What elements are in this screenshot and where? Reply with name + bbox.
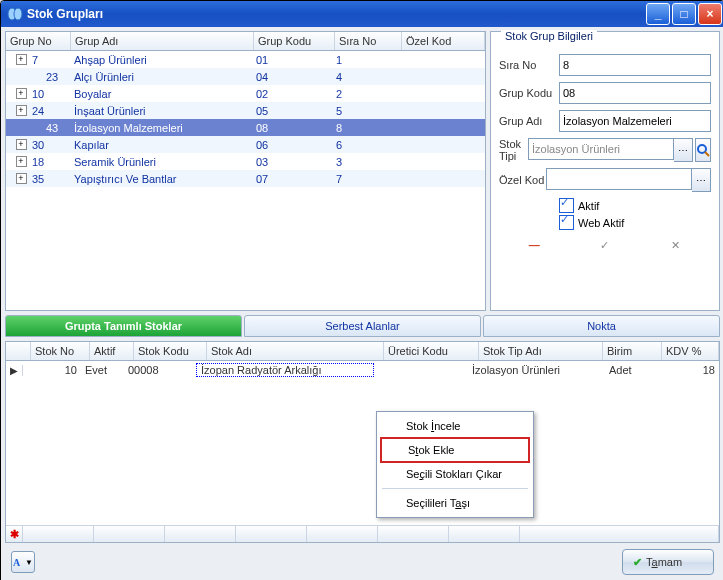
expander-icon[interactable]: + xyxy=(14,156,28,167)
status-cell xyxy=(307,526,378,542)
tree-row[interactable]: 43İzolasyon Malzemeleri088 xyxy=(6,119,485,136)
gh-kdv[interactable]: KDV % xyxy=(662,342,719,360)
close-button[interactable]: × xyxy=(698,3,722,25)
tree-panel[interactable]: Grup No Grup Adı Grup Kodu Sıra No Özel … xyxy=(5,31,486,311)
menu-separator xyxy=(382,488,528,489)
status-cell xyxy=(378,526,449,542)
th-ozel-kod[interactable]: Özel Kod xyxy=(402,32,485,50)
table-row[interactable]: ▶ 10 Evet 00008 İzopan Radyatör Arkalığı… xyxy=(6,361,719,379)
confirm-icon[interactable]: ✓ xyxy=(596,236,614,254)
cell-grup-kodu: 05 xyxy=(252,105,332,117)
gh-stokno[interactable]: Stok No xyxy=(31,342,90,360)
chk-aktif-row[interactable]: Aktif xyxy=(559,198,711,213)
cell-grup-adi: Alçı Ürünleri xyxy=(70,71,252,83)
status-marker-icon: ✱ xyxy=(6,526,23,542)
tree-row[interactable]: +7Ahşap Ürünleri011 xyxy=(6,51,485,68)
chk-web-row[interactable]: Web Aktif xyxy=(559,215,711,230)
gh-tipadi[interactable]: Stok Tip Adı xyxy=(479,342,603,360)
status-cell xyxy=(449,526,520,542)
cell-grup-no: 35 xyxy=(32,173,44,185)
cell-grup-no: 24 xyxy=(32,105,44,117)
th-grup-adi[interactable]: Grup Adı xyxy=(71,32,254,50)
tree-row[interactable]: +10Boyalar022 xyxy=(6,85,485,102)
cell-grup-no: 43 xyxy=(46,122,58,134)
svg-point-2 xyxy=(698,145,706,153)
combo-stok-tipi[interactable]: ⋯ xyxy=(528,138,693,162)
cell-stokadi[interactable]: İzopan Radyatör Arkalığı xyxy=(196,363,374,377)
tab-grupta-tanimli[interactable]: Grupta Tanımlı Stoklar xyxy=(5,315,242,337)
cell-grup-no: 18 xyxy=(32,156,44,168)
expander-icon[interactable]: + xyxy=(14,54,28,65)
cell-sira-no: 3 xyxy=(332,156,398,168)
expander-icon[interactable]: + xyxy=(14,88,28,99)
top-row: Grup No Grup Adı Grup Kodu Sıra No Özel … xyxy=(5,31,720,311)
lbl-kodu: Grup Kodu xyxy=(499,87,559,99)
context-menu[interactable]: Stok İncele Stok Ekle Seçili Stokları Çı… xyxy=(376,411,534,518)
gh-aktif[interactable]: Aktif xyxy=(90,342,134,360)
menu-secili-cikar[interactable]: Seçili Stokları Çıkar xyxy=(380,463,530,485)
ozel-ellipsis-button[interactable]: ⋯ xyxy=(692,168,711,192)
combo-ozel-kod[interactable]: ⋯ xyxy=(546,168,711,192)
status-cell xyxy=(520,526,719,542)
gh-indicator xyxy=(6,342,31,360)
cell-sira-no: 4 xyxy=(332,71,398,83)
window-title: Stok Grupları xyxy=(27,7,646,21)
cell-stokno: 10 xyxy=(23,364,81,376)
maximize-button[interactable]: □ xyxy=(672,3,696,25)
tab-nokta[interactable]: Nokta xyxy=(483,315,720,337)
input-kodu[interactable] xyxy=(559,82,711,104)
cell-grup-adi: Yapıştırıcı Ve Bantlar xyxy=(70,173,252,185)
grid-body[interactable]: ▶ 10 Evet 00008 İzopan Radyatör Arkalığı… xyxy=(6,361,719,525)
th-sira-no[interactable]: Sıra No xyxy=(335,32,402,50)
gh-stokkodu[interactable]: Stok Kodu xyxy=(134,342,207,360)
gh-stokadi[interactable]: Stok Adı xyxy=(207,342,384,360)
input-sira[interactable] xyxy=(559,54,711,76)
menu-secilileri-tasi[interactable]: Seçilileri Taşı xyxy=(380,492,530,514)
menu-stok-ekle[interactable]: Stok Ekle xyxy=(380,437,530,463)
tree-row[interactable]: +30Kapılar066 xyxy=(6,136,485,153)
lbl-tipi: Stok Tipi xyxy=(499,138,528,162)
status-cell xyxy=(236,526,307,542)
combo-ellipsis-button[interactable]: ⋯ xyxy=(674,138,693,162)
tree-row[interactable]: 23Alçı Ürünleri044 xyxy=(6,68,485,85)
chk-web-icon[interactable] xyxy=(559,215,574,230)
tree-row[interactable]: +18Seramik Ürünleri033 xyxy=(6,153,485,170)
cell-grup-kodu: 01 xyxy=(252,54,332,66)
input-tipi[interactable] xyxy=(528,138,674,160)
app-icon xyxy=(7,6,23,22)
cell-aktif: Evet xyxy=(81,364,124,376)
tree-row[interactable]: +24İnşaat Ürünleri055 xyxy=(6,102,485,119)
client-area: Grup No Grup Adı Grup Kodu Sıra No Özel … xyxy=(1,27,723,580)
cancel-icon[interactable]: ✕ xyxy=(667,236,685,254)
expander-icon[interactable]: + xyxy=(14,173,28,184)
cell-grup-adi: Boyalar xyxy=(70,88,252,100)
grid-header: Stok No Aktif Stok Kodu Stok Adı Üretici… xyxy=(6,342,719,361)
th-grup-kodu[interactable]: Grup Kodu xyxy=(254,32,335,50)
tree-header: Grup No Grup Adı Grup Kodu Sıra No Özel … xyxy=(6,32,485,51)
th-grup-no[interactable]: Grup No xyxy=(6,32,71,50)
input-ozel[interactable] xyxy=(546,168,692,190)
cell-grup-kodu: 08 xyxy=(252,122,332,134)
tools-dropdown-button[interactable]: A ▼ xyxy=(11,551,35,573)
tab-row: Grupta Tanımlı Stoklar Serbest Alanlar N… xyxy=(5,315,720,337)
check-icon: ✔ xyxy=(633,556,642,569)
gh-birim[interactable]: Birim xyxy=(603,342,662,360)
delete-icon[interactable]: — xyxy=(525,236,543,254)
gh-uretici[interactable]: Üretici Kodu xyxy=(384,342,479,360)
ok-button-label: Tamam xyxy=(646,556,682,568)
cell-grup-kodu: 04 xyxy=(252,71,332,83)
ok-button[interactable]: ✔ Tamam xyxy=(622,549,714,575)
minimize-button[interactable]: _ xyxy=(646,3,670,25)
input-adi[interactable] xyxy=(559,110,711,132)
chk-aktif-icon[interactable] xyxy=(559,198,574,213)
menu-stok-incele[interactable]: Stok İncele xyxy=(380,415,530,437)
tab-serbest-alanlar[interactable]: Serbest Alanlar xyxy=(244,315,481,337)
titlebar[interactable]: Stok Grupları _ □ × xyxy=(1,1,723,27)
lbl-adi: Grup Adı xyxy=(499,115,559,127)
expander-icon[interactable]: + xyxy=(14,139,28,150)
tree-row[interactable]: +35Yapıştırıcı Ve Bantlar077 xyxy=(6,170,485,187)
expander-icon[interactable]: + xyxy=(14,105,28,116)
cell-sira-no: 1 xyxy=(332,54,398,66)
find-icon[interactable] xyxy=(695,138,711,162)
chk-aktif-label: Aktif xyxy=(578,200,599,212)
